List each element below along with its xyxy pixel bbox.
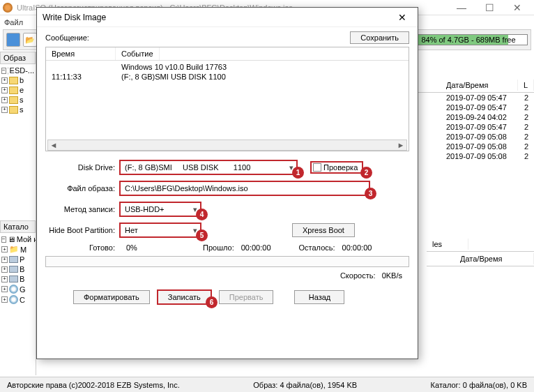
dialog-body: Сообщение: Сохранить Время Событие Windo… bbox=[37, 27, 418, 312]
log-scrollbar[interactable]: ◄ ► bbox=[47, 140, 407, 151]
cell-date: 2019-09-24 04:02 bbox=[441, 112, 519, 122]
col-date2[interactable]: Дата/Время bbox=[455, 253, 534, 264]
dialog-titlebar: Write Disk Image ✕ bbox=[37, 8, 418, 27]
cell-date: 2019-07-09 05:47 bbox=[441, 93, 519, 103]
write-method-label: Метод записи: bbox=[45, 205, 119, 213]
badge-5: 5 bbox=[196, 229, 208, 241]
log-row: Windows 10 v10.0 Build 17763 bbox=[46, 62, 409, 72]
tree-item[interactable]: +C bbox=[1, 294, 34, 305]
image-file-label: Файл образа: bbox=[45, 184, 119, 193]
my-computer-label: Мой к bbox=[17, 235, 36, 243]
log-col-time[interactable]: Время bbox=[46, 47, 116, 60]
tree-item[interactable]: +P bbox=[1, 255, 34, 264]
verify-checkbox-wrap[interactable]: Проверка bbox=[310, 161, 363, 174]
image-tree-header: Образ bbox=[0, 52, 36, 64]
done-label: Готово: bbox=[45, 243, 119, 252]
scroll-left-icon[interactable]: ◄ bbox=[48, 141, 59, 149]
col-date[interactable]: Дата/Время bbox=[441, 80, 518, 91]
close-button[interactable]: ✕ bbox=[503, 0, 531, 15]
image-tree: −ESD-... +b +e +s +s bbox=[0, 64, 36, 116]
tree-item[interactable]: +B bbox=[1, 274, 34, 284]
menu-file[interactable]: Файл bbox=[4, 18, 23, 27]
back-button[interactable]: Назад bbox=[294, 290, 344, 304]
tree-item-label: B bbox=[20, 275, 24, 283]
cell-date: 2019-07-09 05:47 bbox=[441, 122, 519, 132]
hide-boot-select[interactable]: Нет bbox=[119, 223, 201, 238]
elapsed-value: 00:00:00 bbox=[241, 243, 271, 252]
progress-bar bbox=[45, 256, 409, 267]
open-icon[interactable]: 📂 bbox=[23, 33, 37, 47]
cell-date: 2019-07-09 05:08 bbox=[441, 151, 519, 161]
col-les[interactable]: les bbox=[427, 239, 468, 250]
log-time: 11:11:33 bbox=[46, 72, 116, 82]
tree-item-label: P bbox=[20, 255, 24, 264]
file-row[interactable]: 2019-07-09 05:082 bbox=[441, 132, 534, 142]
maximize-button[interactable]: ☐ bbox=[475, 0, 503, 15]
dialog-close-button[interactable]: ✕ bbox=[392, 12, 412, 23]
cell-date: 2019-07-09 05:08 bbox=[441, 132, 519, 142]
verify-checkbox[interactable] bbox=[313, 163, 321, 172]
status-catalog: Каталог: 0 файла(ов), 0 KB bbox=[431, 381, 527, 389]
tree-item[interactable]: +s bbox=[1, 95, 34, 105]
cell-l: 2 bbox=[519, 93, 534, 103]
image-file-value: C:\Users\BFG\Desktop\Windows.iso bbox=[125, 184, 248, 193]
file-row[interactable]: 2019-07-09 05:082 bbox=[441, 142, 534, 151]
cell-l: 2 bbox=[519, 122, 534, 132]
tree-item[interactable]: +s bbox=[1, 105, 34, 114]
my-computer[interactable]: −🖥Мой к bbox=[1, 234, 34, 244]
log-event: Windows 10 v10.0 Build 17763 bbox=[116, 62, 232, 72]
tree-item[interactable]: +B bbox=[1, 264, 34, 274]
status-copyright: Авторские права (c)2002-2018 EZB Systems… bbox=[7, 381, 180, 389]
cell-l: 2 bbox=[519, 103, 534, 112]
disk-usage-meter: 84% of 4.7GB - 689MB free bbox=[409, 34, 528, 45]
tree-root-label: ESD-... bbox=[10, 66, 34, 75]
form-area: Disk Drive: (F:, 8 GB)SMI USB DISK 1100 … bbox=[45, 160, 409, 305]
window-controls: — ☐ ✕ bbox=[448, 0, 531, 15]
image-file-field[interactable]: C:\Users\BFG\Desktop\Windows.iso bbox=[119, 181, 370, 196]
save-button[interactable]: Сохранить bbox=[350, 31, 409, 44]
new-icon[interactable] bbox=[6, 33, 20, 47]
tree-item-label: s bbox=[20, 96, 24, 104]
format-button[interactable]: Форматировать bbox=[73, 290, 150, 304]
dialog-title: Write Disk Image bbox=[43, 13, 106, 22]
write-method-value: USB-HDD+ bbox=[125, 205, 165, 213]
scroll-right-icon[interactable]: ► bbox=[395, 141, 406, 149]
tree-item-label: G bbox=[20, 285, 26, 294]
cell-l: 2 bbox=[519, 142, 534, 151]
tree-item[interactable]: +e bbox=[1, 85, 34, 95]
log-table: Время Событие Windows 10 v10.0 Build 177… bbox=[45, 47, 409, 151]
file-row[interactable]: 2019-07-09 05:082 bbox=[441, 151, 534, 161]
left-panel: Образ −ESD-... +b +e +s +s Катало −🖥Мой … bbox=[0, 52, 36, 375]
statusbar: Авторские права (c)2002-2018 EZB Systems… bbox=[0, 377, 534, 392]
app-icon bbox=[3, 3, 13, 13]
lower-grid-header2: Дата/Время bbox=[427, 252, 534, 266]
disk-drive-select[interactable]: (F:, 8 GB)SMI USB DISK 1100 bbox=[119, 160, 298, 175]
catalog-header: Катало bbox=[0, 220, 36, 233]
tree-item-label: M bbox=[20, 246, 26, 254]
speed-value: 0KB/s bbox=[382, 271, 402, 280]
cell-l: 2 bbox=[519, 151, 534, 161]
log-event: (F:, 8 GB)SMI USB DISK 1100 bbox=[116, 72, 231, 82]
file-row[interactable]: 2019-07-09 05:472 bbox=[441, 122, 534, 132]
write-method-select[interactable]: USB-HDD+ bbox=[119, 202, 201, 217]
tree-item[interactable]: +b bbox=[1, 75, 34, 85]
file-row[interactable]: 2019-07-09 05:472 bbox=[441, 93, 534, 103]
verify-label: Проверка bbox=[323, 163, 358, 172]
cell-date: 2019-07-09 05:47 bbox=[441, 103, 519, 112]
xpress-boot-button[interactable]: Xpress Boot bbox=[292, 223, 355, 237]
tree-root[interactable]: −ESD-... bbox=[1, 66, 34, 75]
col-l[interactable]: L bbox=[518, 80, 534, 91]
log-rows: Windows 10 v10.0 Build 17763 11:11:33(F:… bbox=[46, 61, 409, 83]
file-row[interactable]: 2019-09-24 04:022 bbox=[441, 112, 534, 122]
write-button[interactable]: Записать bbox=[157, 289, 212, 305]
log-col-event[interactable]: Событие bbox=[116, 47, 160, 60]
cell-date: 2019-07-09 05:08 bbox=[441, 142, 519, 151]
minimize-button[interactable]: — bbox=[448, 0, 475, 15]
tree-item[interactable]: +G bbox=[1, 284, 34, 294]
disk-drive-label: Disk Drive: bbox=[45, 163, 119, 172]
tree-item-label: e bbox=[20, 86, 24, 94]
elapsed-label: Прошло: bbox=[203, 243, 234, 252]
tree-item[interactable]: +📁M bbox=[1, 244, 34, 255]
hide-boot-value: Нет bbox=[125, 226, 138, 234]
file-row[interactable]: 2019-07-09 05:472 bbox=[441, 103, 534, 112]
